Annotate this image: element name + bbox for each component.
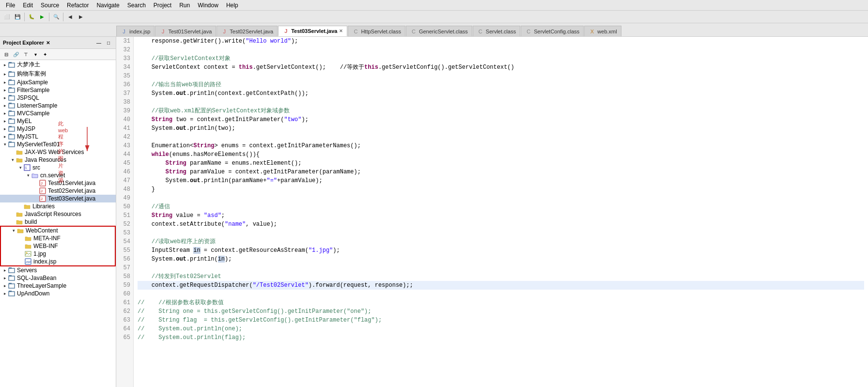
code-line[interactable]: } (138, 185, 864, 194)
code-line[interactable] (138, 194, 864, 202)
menu-project[interactable]: Project (150, 1, 175, 10)
run-button[interactable]: ▶ (37, 12, 47, 22)
code-line[interactable]: while(enums.hasMoreElements()){ (138, 150, 864, 159)
code-line[interactable]: // System.out.println(flag); (138, 333, 864, 342)
code-line[interactable]: context.getRequestDispatcher("/Test02Ser… (138, 281, 864, 290)
code-line[interactable]: InputStream in = context.getResourceAsSt… (138, 246, 864, 255)
tree-item[interactable]: WEB-INF (0, 242, 116, 250)
menu-help[interactable]: Help (222, 1, 242, 10)
tab-servletconfig[interactable]: C ServletConfig.class (521, 26, 584, 36)
menu-navigate[interactable]: Navigate (93, 1, 123, 10)
tree-item[interactable]: JTest03Servlet.java (0, 195, 116, 202)
tree-item[interactable]: ▸FilterSample (0, 86, 116, 94)
code-line[interactable]: //读取web程序上的资源 (138, 237, 864, 246)
tab-test03servlet[interactable]: J Test03Servlet.java ✕ (278, 26, 347, 36)
tree-item[interactable]: JTest01Servlet.java (0, 179, 116, 187)
tree-item[interactable]: ▸UpAndDown (0, 290, 116, 297)
new-item-button[interactable]: ✦ (41, 50, 49, 59)
debug-button[interactable]: 🐛 (27, 12, 36, 22)
code-line[interactable]: String value = "asd"; (138, 211, 864, 220)
code-line[interactable]: String paramName = enums.nextElement(); (138, 159, 864, 168)
tree-item[interactable]: META-INF (0, 234, 116, 242)
collapse-all-button[interactable]: ⊟ (2, 50, 11, 59)
menu-file[interactable]: File (2, 1, 19, 10)
code-lines[interactable]: response.getWriter().write("Hello world"… (134, 37, 868, 387)
tree-item[interactable]: ▾Java Resources (0, 156, 116, 164)
menu-search[interactable]: Search (124, 1, 150, 10)
code-line[interactable]: // String one = this.getServletConfig().… (138, 307, 864, 316)
tree-item[interactable]: JSPindex.jsp (0, 258, 116, 266)
code-line[interactable]: //转发到Test02Servlet (138, 272, 864, 281)
tab-genericservlet[interactable]: C GenericServlet.class (406, 26, 472, 36)
code-line[interactable]: ServletContext context = this.getServlet… (138, 63, 864, 72)
code-line[interactable]: Enumeration<String> enums = context.getI… (138, 141, 864, 150)
search-button[interactable]: 🔍 (51, 12, 61, 22)
code-line[interactable] (138, 290, 864, 298)
tree-item[interactable]: ▸购物车案例 (0, 69, 116, 78)
tree-item[interactable]: Libraries (0, 202, 116, 210)
code-line[interactable]: System.out.println(in); (138, 255, 864, 263)
code-line[interactable] (138, 46, 864, 54)
menu-run[interactable]: Run (175, 1, 194, 10)
tree-item[interactable]: ▾WebContent (0, 226, 116, 234)
tree-item[interactable]: ▸MyEL (0, 117, 116, 125)
explorer-close-icon[interactable]: ✕ (46, 40, 50, 46)
menu-refactor[interactable]: Refactor (63, 1, 93, 10)
code-line[interactable]: String two = context.getInitParameter("t… (138, 115, 864, 124)
tree-item[interactable]: ▸JSPSQL (0, 94, 116, 102)
tree-item[interactable]: ▸MyJSTL (0, 133, 116, 140)
tree-item[interactable]: ▸ListenerSample (0, 102, 116, 109)
code-line[interactable]: context.setAttribute("name", value); (138, 220, 864, 229)
tree-item[interactable]: ▸AjaxSample (0, 78, 116, 86)
menu-edit[interactable]: Edit (19, 1, 37, 10)
tree-item[interactable]: ▸Servers (0, 266, 116, 274)
maximize-button[interactable]: □ (104, 38, 113, 47)
code-line[interactable]: // System.out.println(one); (138, 325, 864, 333)
new-button[interactable]: ⬜ (2, 12, 12, 22)
filter-button[interactable]: ⊤ (21, 50, 30, 59)
minimize-button[interactable]: — (94, 38, 103, 47)
menu-window[interactable]: Window (194, 1, 222, 10)
tree-item[interactable]: JTest02Servlet.java (0, 187, 116, 195)
tab-test02servlet[interactable]: J Test02Servlet.java (217, 26, 278, 36)
code-line[interactable]: //通信 (138, 202, 864, 211)
explorer-tree[interactable]: ▸大梦净土▸购物车案例▸AjaxSample▸FilterSample▸JSPS… (0, 60, 116, 387)
view-menu-button[interactable]: ▾ (31, 50, 40, 59)
tree-item[interactable]: ▸ThreeLayerSample (0, 282, 116, 290)
tree-item[interactable]: build (0, 218, 116, 226)
code-line[interactable]: String paramValue = context.getInitParam… (138, 168, 864, 176)
code-line[interactable]: System.out.println(context.getContextPat… (138, 89, 864, 98)
code-line[interactable]: // //根据参数名获取参数值 (138, 298, 864, 307)
code-line[interactable] (138, 98, 864, 107)
back-button[interactable]: ◀ (65, 12, 75, 22)
code-line[interactable]: System.out.println(two); (138, 124, 864, 133)
code-line[interactable]: //获取web.xml配置的ServletContext对象域参数 (138, 107, 864, 115)
tree-item[interactable]: ▸MVCSample (0, 109, 116, 117)
code-line[interactable] (138, 133, 864, 141)
code-line[interactable]: response.getWriter().write("Hello world"… (138, 37, 864, 46)
code-line[interactable]: // String flag = this.getServletConfig()… (138, 316, 864, 325)
code-line[interactable] (138, 72, 864, 80)
tree-item[interactable]: ▾Ssrc (0, 164, 116, 171)
tree-item[interactable]: ▸大梦净土 (0, 60, 116, 69)
tab-index-jsp[interactable]: J index.jsp (116, 26, 155, 36)
tab-servlet[interactable]: C Servlet.class (473, 26, 520, 36)
code-line[interactable] (138, 263, 864, 272)
code-content[interactable]: 3132333435363738394041424344454647484950… (116, 37, 868, 387)
tree-item[interactable]: JAX-WS Web Services (0, 148, 116, 156)
code-line[interactable]: System.out.println(paramName+"="+paramVa… (138, 176, 864, 185)
tab-close-icon[interactable]: ✕ (339, 29, 343, 33)
link-with-editor-button[interactable]: 🔗 (12, 50, 20, 59)
tab-httpservlet[interactable]: C HttpServlet.class (348, 26, 405, 36)
code-line[interactable] (138, 229, 864, 237)
tree-item[interactable]: ▸SQL-JavaBean (0, 274, 116, 282)
tree-item[interactable]: 1.jpg (0, 250, 116, 258)
code-line[interactable]: //获取ServletContext对象 (138, 54, 864, 63)
tree-item[interactable]: ▾MyServletTest01 (0, 140, 116, 148)
tree-item[interactable]: JavaScript Resources (0, 210, 116, 218)
tree-item[interactable]: ▸MyJSP (0, 125, 116, 133)
code-line[interactable]: //输出当前web项目的路径 (138, 80, 864, 89)
menu-source[interactable]: Source (37, 1, 63, 10)
tree-item[interactable]: ▾cn.servlet (0, 171, 116, 179)
save-button[interactable]: 💾 (13, 12, 22, 22)
